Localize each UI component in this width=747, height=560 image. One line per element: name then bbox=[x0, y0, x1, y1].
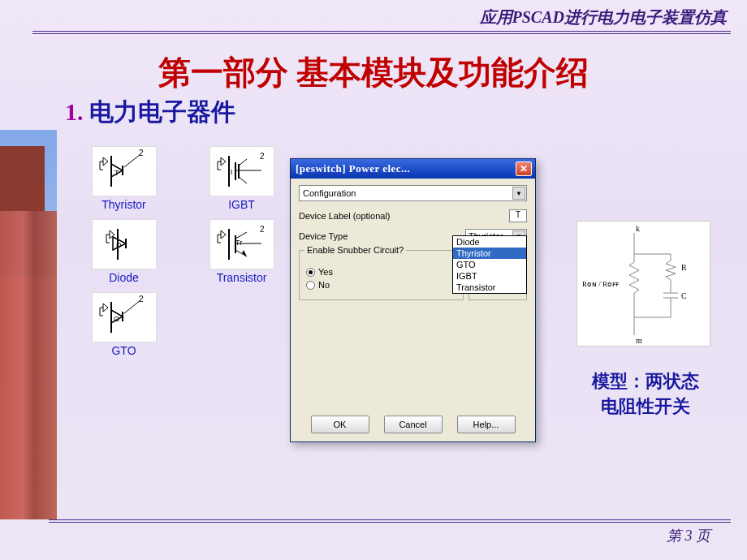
gto-icon: G 2 bbox=[93, 294, 155, 341]
model-circuit-icon: k Rᴏɴ / Rᴏꜰꜰ R C m bbox=[577, 222, 711, 347]
device-label-input[interactable]: T bbox=[509, 209, 527, 222]
dropdown-item[interactable]: Diode bbox=[453, 236, 526, 248]
subtitle-number: 1. bbox=[65, 98, 84, 125]
comp-label: Thyristor bbox=[85, 198, 162, 211]
comp-thyristor: T 2 Thyristor bbox=[85, 146, 162, 211]
svg-line-9 bbox=[239, 159, 247, 166]
device-type-dropdown[interactable]: Diode Thyristor GTO IGBT Transistor bbox=[452, 235, 527, 294]
dialog-titlebar[interactable]: [peswitch] Power elec... ✕ bbox=[291, 159, 535, 179]
dropdown-item[interactable]: Transistor bbox=[453, 282, 526, 293]
diode-icon: D bbox=[93, 221, 155, 268]
radio-icon bbox=[306, 268, 315, 277]
header-title: 应用PSCAD进行电力电子装置仿真 bbox=[480, 6, 727, 28]
model-caption-line1: 模型：两状态 bbox=[564, 369, 727, 394]
svg-text:C: C bbox=[681, 291, 687, 300]
snubber-no-radio[interactable]: No bbox=[306, 280, 456, 290]
device-label-label: Device Label (optional) bbox=[299, 211, 509, 221]
snubber-group-title: Enable Snubber Circuit? bbox=[304, 245, 406, 255]
svg-text:2: 2 bbox=[260, 225, 265, 234]
svg-text:2: 2 bbox=[260, 152, 265, 161]
thyristor-icon: T 2 bbox=[93, 148, 155, 195]
peswitch-dialog: [peswitch] Power elec... ✕ Configuration… bbox=[290, 158, 536, 442]
comp-gto: G 2 GTO bbox=[85, 292, 162, 357]
page-number: 第 3 页 bbox=[667, 526, 710, 545]
comp-label: GTO bbox=[85, 344, 162, 357]
footer-divider bbox=[49, 519, 731, 523]
help-button[interactable]: Help... bbox=[457, 416, 516, 433]
snubber-group: Enable Snubber Circuit? Yes No bbox=[299, 250, 464, 300]
comp-label: IGBT bbox=[203, 198, 280, 211]
svg-text:R: R bbox=[681, 263, 687, 272]
svg-text:Rᴏɴ / Rᴏꜰꜰ: Rᴏɴ / Rᴏꜰꜰ bbox=[582, 280, 619, 288]
svg-line-10 bbox=[239, 177, 247, 183]
bg-building-top bbox=[0, 146, 45, 211]
comp-transistor: Tr 2 Transistor bbox=[203, 219, 280, 284]
radio-icon bbox=[306, 281, 315, 290]
svg-text:G: G bbox=[114, 315, 119, 323]
component-grid: T 2 Thyristor I 2 IGBT bbox=[85, 146, 284, 365]
dropdown-item[interactable]: IGBT bbox=[453, 270, 526, 282]
subtitle-text: 电力电子器件 bbox=[89, 98, 235, 125]
svg-text:D: D bbox=[116, 241, 122, 249]
ok-button[interactable]: OK bbox=[311, 416, 369, 433]
svg-text:2: 2 bbox=[139, 149, 144, 157]
comp-label: Transistor bbox=[203, 271, 280, 284]
chevron-down-icon[interactable]: ▼ bbox=[512, 187, 525, 200]
radio-label: No bbox=[318, 280, 330, 290]
comp-diode: D Diode bbox=[85, 219, 162, 284]
close-icon[interactable]: ✕ bbox=[516, 162, 532, 176]
config-combo[interactable]: Configuration ▼ bbox=[299, 185, 527, 201]
svg-line-3 bbox=[124, 154, 140, 167]
svg-text:T: T bbox=[114, 169, 119, 177]
igbt-icon: I 2 bbox=[211, 148, 273, 195]
model-caption: 模型：两状态 电阻性开关 bbox=[564, 369, 727, 420]
dropdown-item-selected[interactable]: Thyristor bbox=[453, 248, 526, 259]
model-caption-line2: 电阻性开关 bbox=[564, 394, 727, 420]
dialog-title: [peswitch] Power elec... bbox=[294, 162, 516, 175]
svg-text:I: I bbox=[231, 168, 233, 176]
svg-text:Tr: Tr bbox=[235, 239, 242, 247]
svg-text:m: m bbox=[636, 336, 642, 345]
radio-label: Yes bbox=[318, 267, 333, 277]
device-type-label: Device Type bbox=[299, 231, 465, 241]
config-combo-label: Configuration bbox=[303, 188, 356, 198]
section-title: 第一部分 基本模块及功能介绍 bbox=[0, 50, 747, 95]
svg-line-29 bbox=[124, 300, 140, 313]
model-diagram: k Rᴏɴ / Rᴏꜰꜰ R C m bbox=[576, 221, 710, 347]
transistor-icon: Tr 2 bbox=[211, 221, 273, 268]
dropdown-item[interactable]: GTO bbox=[453, 259, 526, 270]
header-divider bbox=[32, 31, 731, 34]
svg-text:2: 2 bbox=[139, 295, 144, 304]
svg-line-20 bbox=[235, 232, 247, 239]
comp-igbt: I 2 IGBT bbox=[203, 146, 280, 211]
dialog-buttons: OK Cancel Help... bbox=[291, 416, 535, 433]
svg-text:k: k bbox=[636, 224, 640, 233]
section-subtitle: 1. 电力电子器件 bbox=[65, 96, 235, 129]
bg-building bbox=[0, 211, 57, 519]
snubber-yes-radio[interactable]: Yes bbox=[306, 267, 456, 277]
cancel-button[interactable]: Cancel bbox=[384, 416, 443, 433]
comp-label: Diode bbox=[85, 271, 162, 284]
